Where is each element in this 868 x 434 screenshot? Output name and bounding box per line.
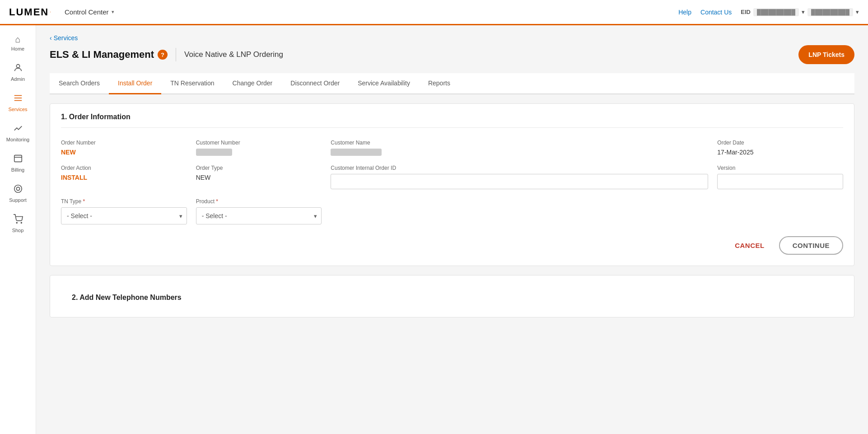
product-required: * — [216, 198, 218, 205]
tn-type-select[interactable]: - Select - — [61, 207, 187, 224]
breadcrumb-arrow-icon: ‹ — [50, 34, 52, 42]
control-center-menu[interactable]: Control Center ▾ — [65, 8, 114, 16]
sidebar-item-billing[interactable]: Billing — [0, 149, 36, 177]
tn-type-field: TN Type * - Select - ▾ — [61, 198, 187, 224]
sidebar-item-shop[interactable]: Shop — [0, 210, 36, 238]
cancel-button[interactable]: CANCEL — [728, 237, 772, 254]
order-action-field: Order Action INSTALL — [61, 165, 187, 189]
order-action-value: INSTALL — [61, 174, 187, 181]
add-telephone-numbers-card: 2. Add New Telephone Numbers — [50, 275, 854, 317]
customer-number-field: Customer Number ██████ — [196, 140, 322, 156]
layout: ⌂ Home Admin Services Monitoring Billi — [0, 25, 868, 434]
sidebar-item-billing-label: Billing — [11, 167, 24, 173]
tn-type-required: * — [83, 198, 85, 205]
order-type-value: NEW — [196, 174, 322, 181]
tab-service-availability[interactable]: Service Availability — [349, 73, 419, 94]
tn-product-row: TN Type * - Select - ▾ Product — [61, 198, 843, 229]
title-divider — [176, 48, 176, 61]
tab-install-order[interactable]: Install Order — [109, 73, 161, 94]
page-title: ELS & LI Management — [50, 49, 154, 61]
breadcrumb-services-link[interactable]: Services — [54, 34, 78, 42]
lnp-tickets-button[interactable]: LNP Tickets — [798, 45, 854, 64]
order-date-value: 17-Mar-2025 — [717, 149, 843, 156]
svg-point-0 — [16, 65, 19, 68]
product-select-wrapper: - Select - ▾ — [196, 207, 322, 224]
version-field: Version — [717, 165, 843, 189]
tab-disconnect-order[interactable]: Disconnect Order — [281, 73, 349, 94]
order-number-value: NEW — [61, 149, 187, 156]
customer-name-field: Customer Name ████████ ███ — [331, 140, 708, 156]
product-select[interactable]: - Select - — [196, 207, 322, 224]
svg-point-6 — [14, 185, 22, 193]
customer-name-label: Customer Name — [331, 140, 708, 146]
services-icon — [13, 93, 23, 105]
customer-name-value: ████████ ███ — [331, 149, 382, 156]
sidebar-item-monitoring[interactable]: Monitoring — [0, 119, 36, 147]
help-link[interactable]: Help — [678, 9, 691, 16]
tab-tn-reservation[interactable]: TN Reservation — [161, 73, 223, 94]
sidebar-item-admin-label: Admin — [11, 76, 25, 82]
sidebar-item-shop-label: Shop — [12, 228, 24, 233]
order-info-row1: Order Number NEW Customer Number ██████ … — [61, 132, 843, 165]
logo-dot: · — [50, 9, 51, 14]
contact-us-link[interactable]: Contact Us — [700, 9, 732, 16]
tab-change-order[interactable]: Change Order — [224, 73, 282, 94]
order-type-field: Order Type NEW — [196, 165, 322, 189]
info-icon[interactable]: ? — [158, 50, 168, 60]
sidebar-item-monitoring-label: Monitoring — [6, 137, 29, 142]
product-field: Product * - Select - ▾ — [196, 198, 322, 224]
sidebar-item-services[interactable]: Services — [0, 89, 36, 117]
breadcrumb: ‹ Services — [50, 34, 854, 42]
order-information-title: 1. Order Information — [50, 104, 854, 127]
action-row: CANCEL CONTINUE — [61, 229, 843, 257]
sidebar-item-support[interactable]: Support — [0, 179, 36, 207]
svg-point-8 — [16, 222, 17, 223]
eid-section: EID ██████████ ▾ ██████████ ▾ — [741, 8, 859, 16]
main-content: ‹ Services ELS & LI Management ? Voice N… — [36, 25, 868, 434]
tab-search-orders[interactable]: Search Orders — [50, 73, 109, 94]
add-telephone-numbers-title: 2. Add New Telephone Numbers — [61, 285, 843, 308]
tab-reports[interactable]: Reports — [419, 73, 459, 94]
order-date-label: Order Date — [717, 140, 843, 146]
customer-number-value: ██████ — [196, 149, 232, 156]
logo: LUMEN· — [9, 6, 51, 18]
customer-internal-order-id-input[interactable] — [331, 174, 708, 189]
customer-internal-order-id-label: Customer Internal Order ID — [331, 165, 708, 171]
order-number-field: Order Number NEW — [61, 140, 187, 156]
order-information-body: Order Number NEW Customer Number ██████ … — [50, 128, 854, 266]
sidebar-item-home-label: Home — [11, 46, 24, 51]
sidebar-item-admin[interactable]: Admin — [0, 58, 36, 86]
eid-value: ██████████ — [753, 8, 799, 16]
sidebar-item-support-label: Support — [9, 197, 27, 203]
home-icon: ⌂ — [15, 34, 20, 45]
top-nav-right: Help Contact Us EID ██████████ ▾ ███████… — [678, 8, 859, 16]
svg-point-7 — [16, 187, 19, 190]
page-subtitle: Voice Native & LNP Ordering — [184, 50, 283, 59]
order-type-label: Order Type — [196, 165, 322, 171]
logo-text: LUMEN — [9, 6, 49, 18]
order-date-field: Order Date 17-Mar-2025 — [717, 140, 843, 156]
continue-button[interactable]: CONTINUE — [779, 236, 843, 255]
order-number-label: Order Number — [61, 140, 187, 146]
tn-type-label: TN Type * — [61, 198, 187, 205]
chevron-down-icon: ▾ — [112, 9, 114, 15]
version-input[interactable] — [717, 174, 843, 189]
order-action-label: Order Action — [61, 165, 187, 171]
order-information-card: 1. Order Information Order Number NEW Cu… — [50, 103, 854, 266]
shop-icon — [13, 214, 23, 226]
support-icon — [13, 184, 23, 196]
user-chevron-icon[interactable]: ▾ — [856, 9, 859, 15]
product-label: Product * — [196, 198, 322, 205]
eid-chevron-icon[interactable]: ▾ — [802, 9, 805, 15]
admin-icon — [13, 63, 23, 75]
page-header: ELS & LI Management ? Voice Native & LNP… — [50, 45, 854, 64]
sidebar-item-services-label: Services — [8, 107, 27, 112]
top-nav: LUMEN· Control Center ▾ Help Contact Us … — [0, 0, 868, 25]
tab-bar: Search Orders Install Order TN Reservati… — [50, 73, 854, 94]
monitoring-icon — [13, 123, 23, 135]
sidebar-item-home[interactable]: ⌂ Home — [0, 30, 36, 56]
side-nav: ⌂ Home Admin Services Monitoring Billi — [0, 25, 36, 434]
svg-point-9 — [21, 222, 22, 223]
tn-type-select-wrapper: - Select - ▾ — [61, 207, 187, 224]
billing-icon — [13, 154, 23, 166]
